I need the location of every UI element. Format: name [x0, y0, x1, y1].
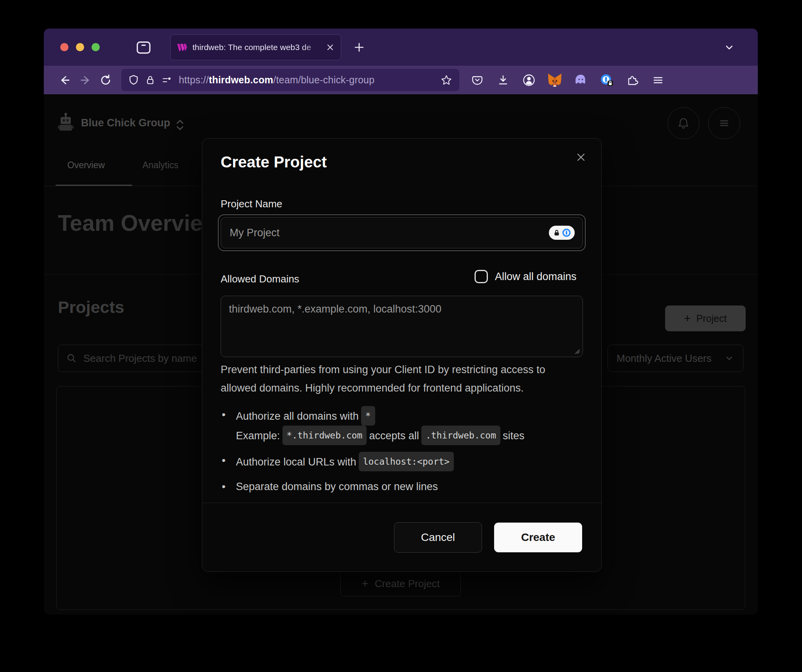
- pocket-icon[interactable]: [467, 70, 487, 90]
- screen: thirdweb: The complete web3 de: [0, 0, 802, 672]
- new-tab-button[interactable]: [353, 41, 365, 54]
- team-switcher-chevrons-icon[interactable]: [175, 119, 185, 132]
- minimize-window-button[interactable]: [76, 43, 84, 51]
- firefox-view-icon[interactable]: [136, 40, 151, 55]
- bookmark-star-icon[interactable]: [441, 74, 452, 86]
- url-scheme: https://: [179, 74, 209, 85]
- rule-separate-domains-body: Separate domains by commas or new lines: [236, 478, 525, 495]
- permissions-icon[interactable]: [162, 75, 173, 85]
- onepassword-icon[interactable]: [596, 70, 617, 90]
- onepassword-autofill-icon[interactable]: [549, 226, 575, 240]
- browser-window: thirdweb: The complete web3 de: [44, 29, 758, 615]
- domain-rules-list: • Authorize all domains with* Example:*.…: [222, 406, 525, 502]
- code-chip: localhost:<port>: [359, 452, 454, 471]
- code-chip: *.thirdweb.com: [282, 426, 367, 445]
- active-tab-underline: [56, 185, 132, 186]
- rule-example-mid: accepts all: [369, 430, 419, 442]
- tracking-shield-icon[interactable]: [128, 75, 139, 85]
- thirdweb-favicon: [177, 43, 187, 52]
- back-button[interactable]: [55, 70, 75, 90]
- rule-example-end: sites: [503, 430, 525, 442]
- rule-authorize-local-body: Authorize local URLs withlocalhost:<port…: [236, 452, 525, 471]
- tab-close-icon[interactable]: [326, 43, 334, 52]
- cancel-button[interactable]: Cancel: [394, 522, 482, 553]
- tab-analytics[interactable]: Analytics: [142, 160, 178, 171]
- code-chip: .thirdweb.com: [421, 426, 500, 445]
- rule-authorize-all: • Authorize all domains with* Example:*.…: [222, 406, 525, 445]
- url-domain: thirdweb.com: [209, 74, 273, 85]
- phantom-icon[interactable]: [570, 70, 591, 90]
- rule-separate-domains: • Separate domains by commas or new line…: [222, 478, 525, 495]
- metamask-icon[interactable]: [545, 70, 565, 90]
- allowed-domains-textarea[interactable]: [221, 296, 583, 357]
- bullet-icon: •: [222, 406, 236, 445]
- rule-text: Authorize local URLs with: [236, 456, 356, 468]
- forward-button[interactable]: [75, 70, 95, 90]
- lock-icon[interactable]: [145, 75, 155, 85]
- team-avatar[interactable]: [58, 112, 74, 133]
- notifications-button[interactable]: [667, 107, 700, 139]
- create-project-modal: Create Project Project Name Allowed Doma…: [202, 138, 602, 572]
- resize-grip-icon[interactable]: [574, 348, 580, 354]
- window-controls: [60, 43, 100, 51]
- url-text[interactable]: https://thirdweb.com/team/blue-chick-gro…: [179, 74, 374, 86]
- add-project-label: Project: [696, 313, 727, 324]
- menu-icon[interactable]: [648, 70, 668, 90]
- code-chip: *: [361, 406, 375, 426]
- chevron-down-icon: [724, 353, 734, 363]
- tab-overview[interactable]: Overview: [67, 160, 105, 171]
- modal-close-icon[interactable]: [575, 152, 586, 163]
- url-bar[interactable]: https://thirdweb.com/team/blue-chick-gro…: [121, 69, 459, 91]
- reload-button[interactable]: [95, 70, 116, 90]
- bullet-icon: •: [222, 452, 236, 471]
- plus-icon: +: [361, 578, 369, 589]
- project-name-focus-ring: [218, 214, 586, 251]
- list-tabs-chevron-icon[interactable]: [723, 41, 735, 53]
- rule-authorize-local: • Authorize local URLs withlocalhost:<po…: [222, 452, 525, 471]
- create-project-cta-label: Create Project: [375, 578, 440, 590]
- rule-example-label: Example:: [236, 430, 280, 442]
- extensions-puzzle-icon[interactable]: [622, 70, 642, 90]
- page-content: Blue Chick Group Overview Analytics Team…: [44, 94, 758, 615]
- rule-authorize-all-body: Authorize all domains with* Example:*.th…: [236, 406, 525, 445]
- rule-text: Authorize all domains with: [236, 410, 359, 422]
- maximize-window-button[interactable]: [92, 43, 100, 51]
- projects-heading: Projects: [58, 298, 124, 317]
- allow-all-domains-label[interactable]: Allow all domains: [495, 271, 577, 283]
- browser-tab[interactable]: thirdweb: The complete web3 de: [170, 34, 341, 60]
- create-button[interactable]: Create: [494, 523, 582, 552]
- allow-all-domains-row: Allow all domains: [475, 270, 577, 283]
- modal-footer: Cancel Create: [202, 503, 601, 571]
- page-title: Team Overview: [58, 210, 220, 236]
- browser-tabbar: thirdweb: The complete web3 de: [44, 29, 758, 66]
- project-name-input[interactable]: [229, 226, 549, 239]
- add-project-button[interactable]: + Project: [665, 305, 746, 331]
- bell-icon: [676, 116, 691, 130]
- toolbar-extensions: [467, 70, 668, 90]
- plus-icon: +: [684, 313, 691, 324]
- account-icon[interactable]: [519, 70, 539, 90]
- search-icon: [66, 353, 77, 364]
- sort-dropdown[interactable]: Monthly Active Users: [608, 345, 743, 372]
- tab-title: thirdweb: The complete web3 de: [192, 43, 326, 52]
- browser-toolbar: https://thirdweb.com/team/blue-chick-gro…: [44, 66, 758, 94]
- team-name[interactable]: Blue Chick Group: [81, 117, 170, 129]
- allowed-domains-field[interactable]: [221, 296, 583, 357]
- bullet-icon: •: [222, 478, 236, 495]
- downloads-icon[interactable]: [493, 70, 513, 90]
- project-name-label: Project Name: [221, 198, 282, 210]
- team-menu-button[interactable]: [708, 107, 740, 139]
- project-name-field[interactable]: [221, 217, 583, 248]
- modal-title: Create Project: [221, 153, 327, 171]
- create-project-cta-button[interactable]: + Create Project: [340, 571, 461, 597]
- close-window-button[interactable]: [60, 43, 68, 51]
- allowed-domains-label: Allowed Domains: [221, 273, 299, 285]
- domains-help-text: Prevent third-parties from using your Cl…: [221, 361, 579, 397]
- sort-dropdown-label: Monthly Active Users: [617, 352, 712, 365]
- url-path: /team/blue-chick-group: [273, 74, 375, 85]
- hamburger-icon: [717, 117, 731, 130]
- allow-all-domains-checkbox[interactable]: [475, 270, 488, 283]
